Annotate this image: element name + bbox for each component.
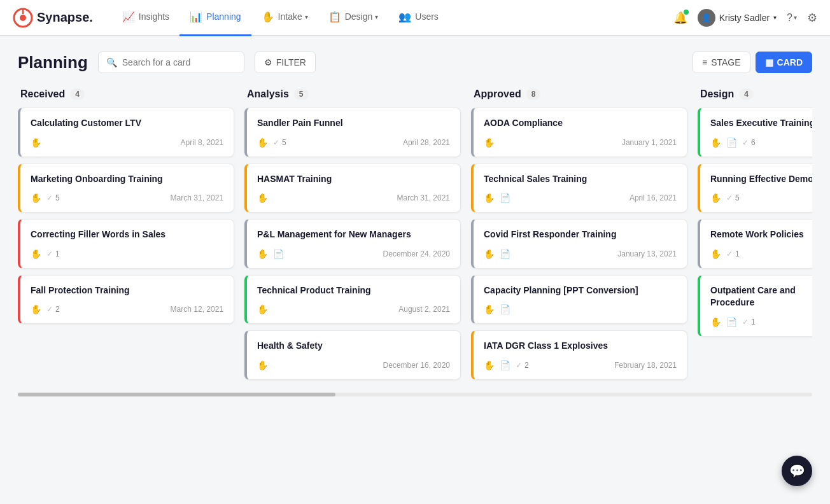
tab-intake-label: Intake [278,11,302,22]
board: Received 4 Calculating Customer LTV ✋ Ap… [18,88,812,388]
stage-view-button[interactable]: ≡ STAGE [693,52,750,73]
card-aoda-compliance[interactable]: AODA Compliance ✋ January 1, 2021 [471,108,687,157]
check-icon: ✓ [742,138,749,147]
tab-design-label-group: Design ▾ [345,11,379,22]
card-title: Remote Work Policies [710,228,812,241]
card-title: Health & Safety [257,340,450,353]
hand-icon: ✋ [257,360,268,370]
card-title: Running Effective Demos [710,173,812,186]
planning-icon: 📊 [190,11,202,23]
card-pl-management[interactable]: P&L Management for New Managers ✋ 📄 Dece… [244,219,461,269]
hand-icon: ✋ [257,137,268,148]
column-received-title: Received [20,88,65,100]
intake-chevron-icon: ▾ [305,13,308,20]
card-footer: ✋ 📄 December 24, 2020 [257,249,450,259]
card-meta: ✓ 1 [726,249,740,258]
badge-count: 5 [735,193,740,202]
check-icon: ✓ [46,249,53,258]
card-footer: ✋ January 1, 2021 [484,137,677,148]
user-menu-button[interactable]: 👤 Kristy Sadler ▾ [698,9,777,27]
card-view-button[interactable]: ▦ CARD [756,52,812,73]
tab-intake[interactable]: ✋ Intake ▾ [251,0,318,36]
card-date: March 31, 2021 [171,193,223,202]
badge-count: 2 [55,305,60,314]
design-cards-list: Sales Executive Training ✋ 📄 ✓ 6 De Runn… [698,108,812,337]
card-footer: ✋ 📄 ✓ 1 De [710,317,812,327]
card-footer: ✋ March 31, 2021 [257,193,450,203]
card-running-effective-demos[interactable]: Running Effective Demos ✋ ✓ 5 [698,164,812,213]
filter-button[interactable]: ⚙ FILTER [255,52,316,73]
card-correcting-filler-words[interactable]: Correcting Filler Words in Sales ✋ ✓ 1 [18,219,234,269]
card-date: January 1, 2021 [622,138,677,147]
tab-insights[interactable]: 📈 Insights [112,0,179,36]
tab-design-label: Design [345,11,373,22]
hand-icon: ✋ [710,249,721,259]
card-health-safety[interactable]: Health & Safety ✋ December 16, 2020 [244,330,461,380]
hand-icon: ✋ [484,304,495,314]
tab-insights-label: Insights [139,11,169,22]
card-marketing-onboarding[interactable]: Marketing Onboarding Training ✋ ✓ 5 Marc… [18,164,234,213]
card-sales-executive-training[interactable]: Sales Executive Training ✋ 📄 ✓ 6 De [698,108,812,157]
card-date: February 18, 2021 [614,361,677,370]
badge-count: 1 [735,249,740,258]
filter-icon: ⚙ [264,57,272,67]
card-technical-sales-training[interactable]: Technical Sales Training ✋ 📄 April 16, 2… [471,164,687,213]
card-date: March 12, 2021 [171,305,223,314]
card-date: August 2, 2021 [398,305,450,314]
settings-icon: ⚙ [807,11,817,24]
tab-planning-label: Planning [206,11,241,22]
help-button[interactable]: ? ▾ [787,12,797,24]
notification-button[interactable]: 🔔 [673,11,687,25]
tab-users[interactable]: 👥 Users [388,0,449,36]
card-meta: ✓ 5 [46,193,60,202]
hand-icon: ✋ [484,193,495,203]
tab-planning[interactable]: 📊 Planning [179,0,251,36]
page-content: Planning 🔍 ⚙ FILTER ≡ STAGE ▦ CARD Recei… [0,36,830,412]
check-icon: ✓ [46,193,53,202]
card-meta: ✓ 1 [46,249,60,258]
tab-design[interactable]: 📋 Design ▾ [318,0,389,36]
badge-count: 1 [55,249,60,258]
card-title: P&L Management for New Managers [257,228,450,241]
card-remote-work-policies[interactable]: Remote Work Policies ✋ ✓ 1 De [698,219,812,269]
card-footer: ✋ ✓ 5 [710,193,812,203]
card-outpatient-care[interactable]: Outpatient Care and Procedure ✋ 📄 ✓ 1 De [698,275,812,337]
search-bar: 🔍 [98,52,244,73]
hand-icon: ✋ [257,304,268,314]
card-iata-dgr[interactable]: IATA DGR Class 1 Explosives ✋ 📄 ✓ 2 Febr… [471,330,687,380]
hand-icon: ✋ [31,249,41,259]
card-date: April 8, 2021 [181,138,223,147]
column-approved-header: Approved 8 [471,88,687,100]
card-sandler-pain-funnel[interactable]: Sandler Pain Funnel ✋ ✓ 5 April 28, 2021 [244,108,461,157]
check-icon: ✓ [726,193,733,202]
card-meta: ✓ 6 [742,138,756,147]
logo-text: Synapse. [37,10,93,25]
card-title: Calculating Customer LTV [31,117,223,130]
card-capacity-planning[interactable]: Capacity Planning [PPT Conversion] ✋ 📄 [471,275,687,325]
card-date: April 28, 2021 [403,138,450,147]
search-input[interactable] [122,57,236,67]
column-analysis-header: Analysis 5 [244,88,461,100]
card-calculating-customer-ltv[interactable]: Calculating Customer LTV ✋ April 8, 2021 [18,108,234,157]
card-hasmat-training[interactable]: HASMAT Training ✋ March 31, 2021 [244,164,461,213]
doc-icon: 📄 [726,137,737,148]
card-meta: ✓ 5 [726,193,740,202]
doc-icon: 📄 [273,249,284,259]
card-title: IATA DGR Class 1 Explosives [484,340,677,353]
card-technical-product-training[interactable]: Technical Product Training ✋ August 2, 2… [244,275,461,325]
badge-count: 1 [751,318,756,326]
app-logo[interactable]: Synapse. [13,8,93,28]
hand-icon: ✋ [31,137,41,148]
scrollbar-thumb [18,393,335,396]
card-date: March 31, 2021 [397,193,450,202]
hand-icon: ✋ [257,249,268,259]
board-scrollbar[interactable] [18,393,812,396]
card-meta: ✓ 2 [516,361,529,370]
card-meta: ✓ 5 [273,138,286,147]
settings-button[interactable]: ⚙ [807,11,817,25]
doc-icon: 📄 [500,249,510,259]
card-footer: ✋ 📄 April 16, 2021 [484,193,677,203]
card-covid-first-responder[interactable]: Covid First Responder Training ✋ 📄 Janua… [471,219,687,269]
logo-icon [13,8,33,28]
card-fall-protection[interactable]: Fall Protection Training ✋ ✓ 2 March 12,… [18,275,234,325]
